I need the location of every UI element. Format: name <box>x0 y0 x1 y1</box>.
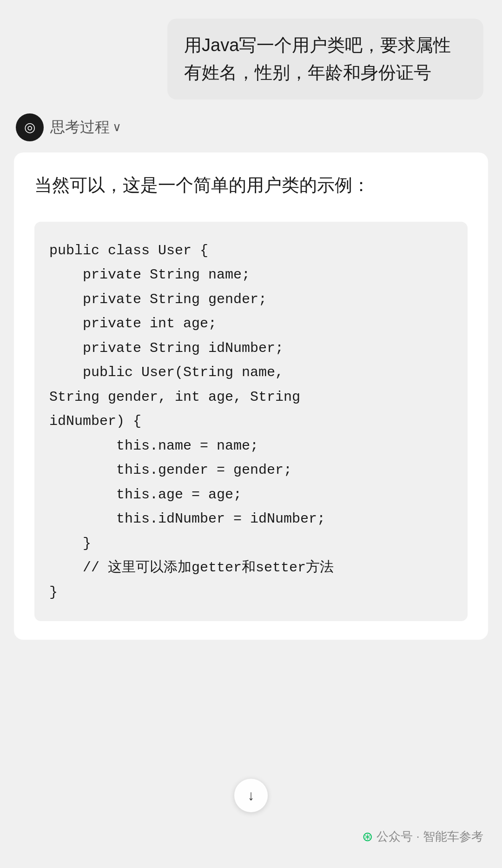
response-intro: 当然可以，这是一个简单的用户类的示例： <box>34 171 468 199</box>
scroll-down-button[interactable]: ↓ <box>234 779 268 812</box>
watermark-text: 公众号 · 智能车参考 <box>376 828 483 845</box>
user-message-text: 用Java写一个用户类吧，要求属性有姓名，性别，年龄和身份证号 <box>184 35 451 82</box>
ai-response-wrapper: ◎ 思考过程 ∨ 当然可以，这是一个简单的用户类的示例： public clas… <box>14 113 488 640</box>
response-card: 当然可以，这是一个简单的用户类的示例： public class User { … <box>14 152 488 640</box>
ai-avatar: ◎ <box>16 113 44 141</box>
chevron-down-icon: ∨ <box>112 120 121 134</box>
code-block: public class User { private String name;… <box>34 222 468 622</box>
user-message-wrapper: 用Java写一个用户类吧，要求属性有姓名，性别，年龄和身份证号 <box>14 19 488 99</box>
user-bubble: 用Java写一个用户类吧，要求属性有姓名，性别，年龄和身份证号 <box>167 19 483 99</box>
thinking-label[interactable]: 思考过程 ∨ <box>50 117 121 138</box>
watermark: ⊛ 公众号 · 智能车参考 <box>362 828 483 845</box>
chat-container: 用Java写一个用户类吧，要求属性有姓名，性别，年龄和身份证号 ◎ 思考过程 ∨… <box>0 19 502 640</box>
thinking-header[interactable]: ◎ 思考过程 ∨ <box>14 113 488 141</box>
ai-avatar-icon: ◎ <box>24 119 35 135</box>
wechat-icon: ⊛ <box>362 829 373 844</box>
scroll-down-arrow-icon: ↓ <box>248 788 255 803</box>
thinking-label-text: 思考过程 <box>50 117 110 138</box>
